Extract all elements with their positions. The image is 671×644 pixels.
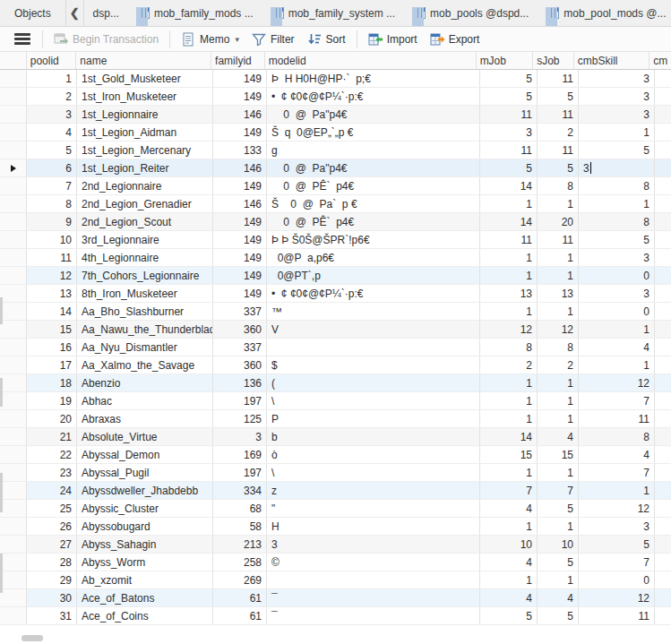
cell-name[interactable]: Aa_Bho_Slashburner — [77, 303, 213, 320]
cell-poolid[interactable]: 12 — [27, 267, 77, 284]
cell-poolid[interactable]: 6 — [27, 159, 77, 176]
row-selector[interactable] — [0, 518, 27, 535]
cell-sjob[interactable]: 1 — [538, 195, 579, 212]
cell-modelid[interactable]: Š q 0@EP„`„p € — [267, 124, 480, 141]
cell-sjob[interactable]: 1 — [538, 571, 579, 588]
cell-familyid[interactable]: 197 — [213, 464, 267, 481]
cell-familyid[interactable]: 149 — [213, 285, 267, 302]
row-selector[interactable] — [0, 106, 27, 123]
tab-scroll-left-button[interactable]: ❮ — [66, 0, 84, 26]
cell-mjob[interactable]: 1 — [480, 374, 538, 391]
cell-familyid[interactable]: 197 — [213, 392, 267, 409]
cell-modelid[interactable]: \ — [267, 464, 480, 481]
cell-mjob[interactable]: 1 — [480, 571, 538, 588]
cell-modelid[interactable]: 0@PT`,p — [267, 267, 480, 284]
cell-modelid[interactable]: H — [267, 518, 480, 535]
cell-mjob[interactable]: 11 — [480, 231, 538, 248]
cell-cmbskill[interactable]: 11 — [579, 410, 655, 427]
cell-name[interactable]: 2nd_Legionnaire — [77, 177, 213, 194]
cell-sjob[interactable]: 2 — [538, 356, 579, 374]
tab-mob-family-mods[interactable]: mob_family_mods ... — [128, 0, 262, 26]
cell-mjob[interactable]: 1 — [480, 464, 538, 481]
cell-name[interactable]: 7th_Cohors_Legionnaire — [77, 267, 213, 284]
tab-mob-pools[interactable]: mob_pools @dspd... — [404, 0, 538, 26]
cell-cmbskill[interactable]: 8 — [579, 428, 655, 445]
row-selector[interactable] — [0, 392, 27, 409]
row-selector[interactable] — [0, 159, 27, 176]
cell-modelid[interactable]: ( — [267, 374, 480, 391]
cell-clipped[interactable] — [655, 285, 671, 302]
cell-sjob[interactable]: 8 — [538, 339, 579, 356]
cell-sjob[interactable]: 5 — [538, 554, 579, 571]
row-selector[interactable] — [0, 231, 27, 248]
cell-cmbskill[interactable]: 3 — [579, 249, 655, 266]
cell-modelid[interactable]: z — [267, 482, 480, 499]
cell-name[interactable]: 1st_Legion_Reiter — [77, 159, 213, 176]
column-header-sjob[interactable]: sJob — [533, 52, 574, 69]
cell-modelid[interactable]: \ — [267, 392, 480, 409]
cell-mjob[interactable]: 1 — [480, 195, 538, 212]
row-selector[interactable] — [0, 589, 27, 606]
cell-poolid[interactable]: 3 — [27, 106, 77, 123]
cell-clipped[interactable] — [655, 410, 671, 427]
cell-familyid[interactable]: 146 — [213, 195, 267, 212]
cell-clipped[interactable] — [655, 231, 671, 248]
cell-cmbskill[interactable]: 5 — [579, 536, 655, 553]
cell-poolid[interactable]: 9 — [27, 213, 77, 230]
cell-poolid[interactable]: 4 — [27, 124, 77, 141]
cell-cmbskill[interactable]: 12 — [579, 500, 655, 517]
cell-name[interactable]: 1st_Gold_Musketeer — [77, 70, 213, 87]
cell-modelid[interactable]: 0 @ PÊ` p4€ — [267, 177, 480, 194]
cell-poolid[interactable]: 30 — [27, 589, 77, 606]
cell-modelid[interactable]: Þ Þ Š0Š@ŠPR`!p6€ — [267, 231, 480, 248]
cell-sjob[interactable]: 1 — [538, 464, 579, 481]
cell-sjob[interactable]: 4 — [538, 428, 579, 445]
row-selector[interactable] — [0, 249, 27, 266]
cell-mjob[interactable]: 14 — [480, 213, 538, 230]
column-header-familyid[interactable]: familyid — [211, 52, 265, 69]
cell-poolid[interactable]: 7 — [27, 177, 77, 194]
cell-mjob[interactable]: 5 — [480, 88, 538, 105]
cell-name[interactable]: Abraxas — [77, 410, 213, 427]
cell-familyid[interactable]: 258 — [213, 554, 267, 571]
cell-clipped[interactable] — [655, 70, 671, 87]
cell-sjob[interactable]: 5 — [538, 607, 579, 624]
cell-name[interactable]: Aa_Nyu_Dismantler — [77, 339, 213, 356]
cell-cmbskill[interactable]: 1 — [579, 195, 655, 212]
cell-mjob[interactable]: 5 — [480, 159, 538, 176]
cell-mjob[interactable]: 1 — [480, 267, 538, 284]
row-selector[interactable] — [0, 321, 27, 338]
cell-clipped[interactable] — [655, 428, 671, 445]
cell-name[interactable]: 2nd_Legion_Grenadier — [77, 195, 213, 212]
row-selector[interactable] — [0, 536, 27, 553]
cell-mjob[interactable]: 11 — [480, 142, 538, 159]
cell-mjob[interactable]: 5 — [480, 70, 538, 87]
cell-sjob[interactable]: 15 — [538, 446, 579, 463]
cell-clipped[interactable] — [655, 339, 671, 356]
cell-sjob[interactable]: 1 — [538, 303, 579, 320]
cell-mjob[interactable]: 15 — [480, 446, 538, 463]
cell-familyid[interactable]: 136 — [213, 374, 267, 391]
row-selector[interactable] — [0, 88, 27, 105]
cell-mjob[interactable]: 8 — [480, 339, 538, 356]
column-header-modelid[interactable]: modelid — [265, 52, 477, 69]
horizontal-scrollbar[interactable] — [0, 625, 671, 644]
cell-modelid[interactable]: Þ H H0H@HP·` p;€ — [267, 70, 480, 87]
cell-cmbskill[interactable]: 3 — [579, 285, 655, 302]
cell-poolid[interactable]: 1 — [27, 70, 77, 87]
cell-clipped[interactable] — [655, 303, 671, 320]
cell-poolid[interactable]: 20 — [27, 410, 77, 427]
cell-name[interactable]: Abhac — [77, 392, 213, 409]
cell-cmbskill[interactable]: 3 — [579, 106, 655, 123]
row-selector[interactable] — [0, 303, 27, 320]
cell-modelid[interactable]: © — [267, 554, 480, 571]
cell-poolid[interactable]: 26 — [27, 518, 77, 535]
cell-sjob[interactable]: 12 — [538, 321, 579, 338]
row-selector[interactable] — [0, 267, 27, 284]
row-selector[interactable] — [0, 607, 27, 624]
cell-name[interactable]: Abyss_Worm — [77, 554, 213, 571]
cell-sjob[interactable]: 5 — [538, 500, 579, 517]
cell-clipped[interactable] — [655, 267, 671, 284]
cell-sjob[interactable]: 1 — [538, 392, 579, 409]
cell-poolid[interactable]: 29 — [27, 571, 77, 588]
